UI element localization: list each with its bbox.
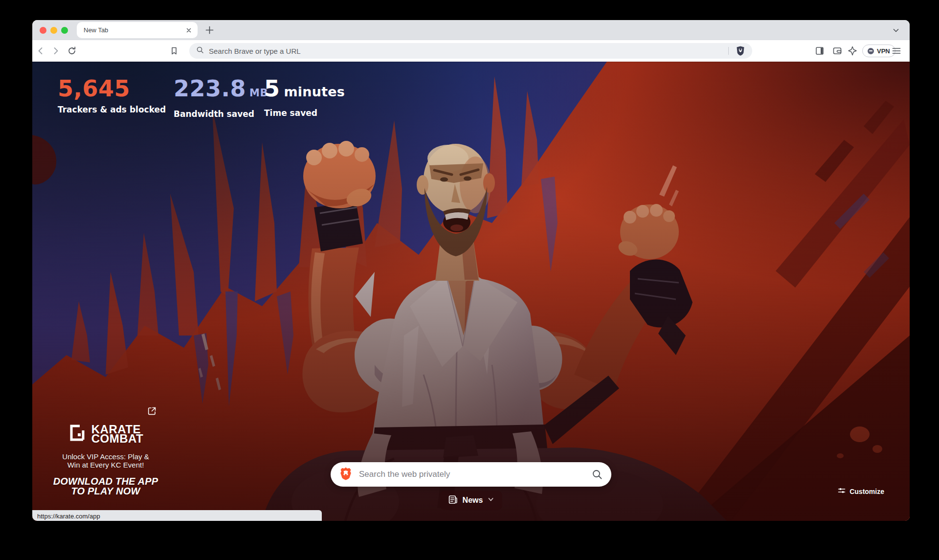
tab-new-tab[interactable]: New Tab bbox=[77, 22, 198, 38]
stat-unit: minutes bbox=[284, 79, 345, 105]
stat-value: 5 bbox=[264, 75, 280, 102]
karate-combat-logo-icon bbox=[68, 424, 87, 444]
sponsored-ad-karate-combat[interactable]: KARATE COMBAT Unlock VIP Access: Play & … bbox=[46, 404, 165, 496]
customize-label: Customize bbox=[850, 488, 884, 495]
external-link-icon[interactable] bbox=[147, 406, 157, 418]
search-submit-icon[interactable] bbox=[592, 469, 603, 480]
brave-shields-icon[interactable] bbox=[736, 45, 745, 56]
stat-value: 5,645 bbox=[58, 75, 130, 102]
sponsor-tagline-line2: Win at Every KC Event! bbox=[46, 461, 165, 469]
window-controls bbox=[40, 27, 68, 34]
status-url: https://karate.com/app bbox=[37, 513, 100, 520]
address-bar-placeholder: Search Brave or type a URL bbox=[209, 47, 728, 55]
address-bar[interactable]: Search Brave or type a URL bbox=[189, 43, 752, 59]
toolbar: Search Brave or type a URL VPN bbox=[32, 40, 910, 62]
stat-label: Bandwidth saved bbox=[174, 109, 268, 119]
wallet-icon[interactable] bbox=[832, 45, 843, 56]
search-placeholder: Search the web privately bbox=[359, 470, 592, 479]
sponsor-tagline: Unlock VIP Access: Play & Win at Every K… bbox=[46, 452, 165, 469]
reload-icon[interactable] bbox=[67, 45, 77, 56]
sponsor-logo: KARATE COMBAT bbox=[46, 424, 165, 444]
vpn-button[interactable]: VPN bbox=[862, 45, 895, 57]
chevron-down-icon bbox=[487, 496, 494, 505]
tab-strip: New Tab bbox=[32, 20, 910, 40]
sponsor-brand-line2: COMBAT bbox=[91, 434, 144, 443]
menu-icon[interactable] bbox=[892, 46, 901, 55]
sponsor-cta-line1: DOWNLOAD THE APP bbox=[46, 476, 165, 486]
stat-bandwidth-saved: 223.8 MB Bandwidth saved bbox=[174, 75, 268, 119]
sponsor-cta[interactable]: DOWNLOAD THE APP TO PLAY NOW bbox=[46, 476, 165, 496]
close-window-button[interactable] bbox=[40, 27, 46, 34]
stat-value: 223.8 bbox=[174, 75, 246, 102]
tab-search-chevron-icon[interactable] bbox=[892, 26, 900, 34]
vpn-label: VPN bbox=[877, 47, 890, 55]
rewards-icon[interactable] bbox=[847, 45, 858, 56]
sliders-icon bbox=[838, 487, 846, 496]
sponsor-tagline-line1: Unlock VIP Access: Play & bbox=[46, 452, 165, 461]
web-search-box[interactable]: Search the web privately bbox=[331, 462, 611, 487]
sponsor-cta-line2: TO PLAY NOW bbox=[46, 486, 165, 496]
news-button[interactable]: News bbox=[440, 491, 502, 510]
status-bar: https://karate.com/app bbox=[32, 510, 322, 521]
brave-logo-icon bbox=[339, 467, 352, 482]
bookmark-icon[interactable] bbox=[169, 45, 179, 56]
stat-label: Trackers & ads blocked bbox=[58, 105, 166, 114]
news-label: News bbox=[463, 496, 483, 505]
sidebar-icon[interactable] bbox=[814, 45, 825, 56]
divider bbox=[728, 47, 729, 55]
tab-title: New Tab bbox=[84, 26, 185, 34]
customize-button[interactable]: Customize bbox=[838, 487, 884, 496]
search-icon bbox=[196, 46, 204, 56]
new-tab-page: 5,645 Trackers & ads blocked 223.8 MB Ba… bbox=[32, 62, 910, 521]
browser-window: New Tab bbox=[32, 20, 910, 521]
vpn-status-icon bbox=[868, 48, 874, 54]
stat-label: Time saved bbox=[264, 108, 345, 118]
forward-icon[interactable] bbox=[51, 46, 61, 56]
newspaper-icon bbox=[448, 494, 458, 507]
tab-close-icon[interactable] bbox=[185, 26, 193, 34]
stat-trackers-blocked: 5,645 Trackers & ads blocked bbox=[58, 75, 166, 114]
stat-time-saved: 5 minutes Time saved bbox=[264, 75, 345, 118]
desktop: New Tab bbox=[0, 0, 939, 560]
back-icon[interactable] bbox=[36, 46, 45, 56]
zoom-window-button[interactable] bbox=[61, 27, 68, 34]
minimize-window-button[interactable] bbox=[50, 27, 57, 34]
new-tab-button[interactable] bbox=[204, 25, 215, 35]
